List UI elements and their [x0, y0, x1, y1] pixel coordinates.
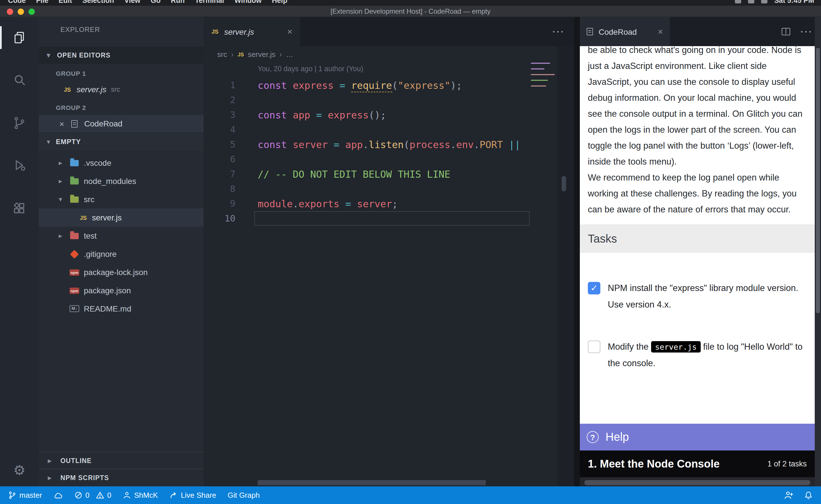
workspace-root[interactable]: EMPTY — [39, 133, 203, 150]
window-title: [Extension Development Host] - CodeRoad … — [0, 7, 821, 15]
tree-item-package-lock[interactable]: package-lock.json — [39, 263, 203, 281]
activity-bar: ⚙ — [0, 17, 39, 486]
lesson-footer[interactable]: 1. Meet the Node Console 1 of 2 tasks — [580, 450, 815, 477]
code-line[interactable]: 6 — [203, 152, 574, 167]
open-editor-file-path: src — [111, 85, 120, 93]
git-graph-button[interactable]: Git Graph — [228, 491, 260, 499]
run-debug-icon[interactable] — [0, 151, 39, 179]
menu-item-file[interactable]: File — [36, 0, 48, 5]
more-actions-icon[interactable] — [552, 26, 565, 37]
live-share-button[interactable]: Live Share — [169, 491, 216, 499]
tree-item-node-modules[interactable]: node_modules — [39, 172, 203, 190]
tree-item-src[interactable]: src — [39, 190, 203, 208]
close-tab-icon[interactable] — [658, 26, 663, 37]
npm-scripts-section[interactable]: NPM SCRIPTS — [39, 469, 203, 486]
editor-group: server.js src server.js … You, 20 days a… — [203, 17, 574, 486]
close-editor-icon[interactable] — [59, 119, 64, 128]
code-line[interactable]: 8 — [203, 182, 574, 196]
tree-item-readme[interactable]: README.md — [39, 300, 203, 318]
breadcrumb-symbol[interactable]: … — [286, 50, 293, 59]
webview-scrollbar[interactable] — [815, 17, 821, 486]
npm-scripts-label: NPM SCRIPTS — [60, 474, 109, 481]
tab-label: CodeRoad — [598, 27, 652, 36]
menu-item-help[interactable]: Help — [272, 0, 287, 5]
code-line[interactable]: 9module.exports = server; — [203, 196, 574, 211]
tree-item-gitignore[interactable]: .gitignore — [39, 245, 203, 263]
open-editors-label: OPEN EDITORS — [57, 52, 111, 59]
task-checkbox-checked[interactable] — [588, 282, 600, 294]
breadcrumb-file[interactable]: server.js — [248, 50, 275, 59]
problems-indicator[interactable]: 0 0 — [74, 491, 111, 499]
close-tab-icon[interactable] — [287, 26, 293, 37]
window-title-bar[interactable]: [Extension Development Host] - CodeRoad … — [0, 6, 821, 17]
git-branch-indicator[interactable]: master — [8, 491, 42, 499]
split-editor-icon[interactable] — [782, 28, 790, 35]
minimap[interactable] — [531, 63, 557, 114]
menu-item-terminal[interactable]: Terminal — [195, 0, 224, 5]
open-editor-serverjs[interactable]: server.js src — [39, 81, 203, 98]
breadcrumb-folder[interactable]: src — [217, 50, 227, 59]
tree-item-package-json[interactable]: package.json — [39, 281, 203, 300]
code-lines[interactable]: 1const express = require("express");23co… — [203, 78, 574, 226]
menu-item-view[interactable]: View — [124, 0, 140, 5]
menu-item-selection[interactable]: Selection — [82, 0, 114, 5]
chevron-right-icon — [59, 232, 66, 240]
menu-status-icon[interactable] — [761, 0, 767, 3]
npm-icon — [70, 269, 79, 275]
editor-scrollbar[interactable] — [557, 46, 574, 486]
person-add-icon[interactable] — [784, 490, 794, 500]
search-icon[interactable] — [0, 66, 39, 93]
help-accordion[interactable]: Help — [580, 424, 815, 450]
menu-item-window[interactable]: Window — [234, 0, 262, 5]
source-control-icon[interactable] — [0, 109, 39, 137]
more-actions-icon[interactable] — [800, 26, 813, 37]
tree-item-serverjs[interactable]: server.js — [39, 208, 203, 227]
code-line[interactable]: 3const app = express(); — [203, 108, 574, 122]
task-text: Modify the server.js file to log "Hello … — [608, 339, 807, 371]
panel-scroll-track[interactable] — [584, 480, 810, 485]
coderoad-panel: CodeRoad be able to check what's going o… — [580, 17, 821, 486]
line-number: 3 — [203, 108, 236, 122]
js-file-icon — [80, 214, 87, 221]
tab-serverjs[interactable]: server.js — [203, 17, 301, 46]
bell-icon[interactable] — [804, 491, 813, 500]
settings-gear-icon[interactable]: ⚙ — [0, 462, 39, 478]
panel-bottom-strip — [580, 477, 815, 486]
menu-item-go[interactable]: Go — [151, 0, 161, 5]
open-editor-coderoad[interactable]: CodeRoad — [39, 115, 203, 132]
menu-item-run[interactable]: Run — [171, 0, 185, 5]
code-line[interactable]: 4 — [203, 122, 574, 137]
lesson-paragraph: be able to check what's going on in your… — [588, 46, 807, 170]
code-line[interactable]: 1const express = require("express"); — [203, 78, 574, 93]
code-line[interactable]: 2 — [203, 93, 574, 108]
tree-item-vscode[interactable]: .vscode — [39, 154, 203, 172]
menu-item-edit[interactable]: Edit — [59, 0, 72, 5]
tab-coderoad[interactable]: CodeRoad — [580, 17, 670, 46]
task-checkbox-unchecked[interactable] — [588, 341, 600, 353]
explorer-icon[interactable] — [0, 24, 39, 51]
menu-status-icon[interactable] — [735, 0, 741, 3]
tree-item-test[interactable]: test — [39, 227, 203, 245]
line-number: 9 — [203, 196, 236, 211]
open-editors-section[interactable]: OPEN EDITORS — [39, 47, 203, 64]
scrollbar-thumb[interactable] — [816, 48, 820, 313]
code-line[interactable]: 10 — [203, 211, 574, 226]
warnings-icon — [96, 491, 104, 499]
menu-item-code[interactable]: Code — [8, 0, 26, 5]
menu-status-icon[interactable] — [748, 0, 754, 3]
scrollbar-thumb[interactable] — [561, 176, 566, 191]
npm-icon — [70, 287, 79, 294]
outline-section[interactable]: OUTLINE — [39, 452, 203, 469]
panel-splitter[interactable] — [574, 17, 580, 486]
sync-changes-button[interactable] — [53, 491, 62, 500]
code-line[interactable]: 7// -- DO NOT EDIT BELOW THIS LINE — [203, 167, 574, 182]
lesson-title: 1. Meet the Node Console — [588, 458, 720, 470]
task-text-segment: Modify the — [608, 342, 651, 351]
extensions-icon[interactable] — [0, 195, 39, 222]
horizontal-scrollbar-thumb[interactable] — [258, 480, 486, 485]
code-line[interactable]: 5const server = app.listen(process.env.P… — [203, 137, 574, 152]
live-share-icon — [169, 491, 178, 499]
account-indicator[interactable]: ShMcK — [122, 491, 158, 499]
line-number: 2 — [203, 93, 236, 108]
editor-tab-bar: server.js — [203, 17, 574, 46]
